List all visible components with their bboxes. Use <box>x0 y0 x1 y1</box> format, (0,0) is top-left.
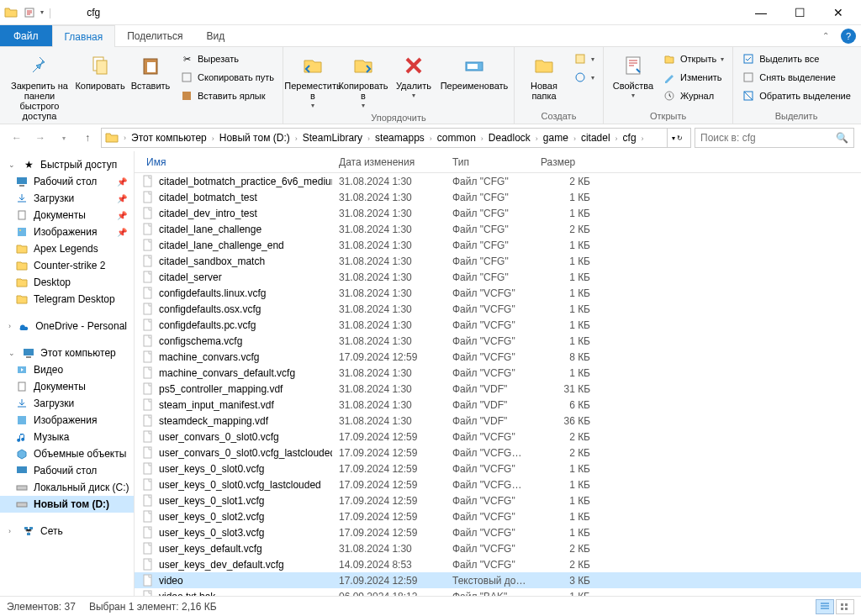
file-row[interactable]: steam_input_manifest.vdf31.08.2024 1:30Ф… <box>135 397 861 413</box>
sidebar-documents2[interactable]: Документы <box>0 378 134 395</box>
file-row[interactable]: configdefaults.linux.vcfg31.08.2024 1:30… <box>135 285 861 301</box>
qat-properties-icon[interactable] <box>22 5 37 20</box>
file-row[interactable]: ps5_controller_mapping.vdf31.08.2024 1:3… <box>135 381 861 397</box>
file-row[interactable]: citadel_botmatch_practice_6v6_medium31.0… <box>135 173 861 189</box>
edit-button[interactable]: Изменить <box>659 69 727 86</box>
invert-selection-button[interactable]: Обратить выделение <box>738 87 854 104</box>
file-row[interactable]: user_keys_0_slot0.vcfg17.09.2024 12:59Фа… <box>135 461 861 476</box>
file-row[interactable]: steamdeck_mapping.vdf31.08.2024 1:30Файл… <box>135 413 861 429</box>
breadcrumb-item[interactable]: citadel <box>578 132 614 144</box>
new-folder-button[interactable]: Новая папка <box>520 50 568 103</box>
breadcrumb-item[interactable]: Новый том (D:) <box>216 132 293 144</box>
recent-dropdown[interactable]: ▾ <box>54 128 74 148</box>
select-all-button[interactable]: Выделить все <box>738 50 854 67</box>
breadcrumb-item[interactable]: common <box>434 132 479 144</box>
file-row[interactable]: machine_convars.vcfg17.09.2024 12:59Файл… <box>135 349 861 365</box>
copy-button[interactable]: Копировать <box>76 50 124 92</box>
tab-share[interactable]: Поделиться <box>115 25 194 46</box>
sidebar-cs2[interactable]: Counter-strike 2 <box>0 257 134 274</box>
sidebar-telegram[interactable]: Telegram Desktop <box>0 291 134 308</box>
forward-button[interactable]: → <box>30 128 50 148</box>
move-to-button[interactable]: Переместить в▾ <box>288 50 337 112</box>
file-row[interactable]: citadel_dev_intro_test31.08.2024 1:30Фай… <box>135 205 861 221</box>
file-row[interactable]: user_keys_0_slot2.vcfg17.09.2024 12:59Фа… <box>135 508 861 524</box>
new-item-button[interactable]: ▾ <box>570 50 598 67</box>
sidebar-downloads[interactable]: Загрузки📌 <box>0 190 134 207</box>
sidebar-downloads2[interactable]: Загрузки <box>0 395 134 412</box>
paste-button[interactable]: Вставить <box>126 50 175 92</box>
copy-path-button[interactable]: Скопировать путь <box>177 69 277 86</box>
breadcrumb-item[interactable]: game <box>540 132 572 144</box>
copy-to-button[interactable]: Копировать в▾ <box>339 50 388 112</box>
paste-shortcut-button[interactable]: Вставить ярлык <box>177 87 277 104</box>
refresh-button[interactable]: ▾ ↻ <box>667 129 687 147</box>
up-button[interactable]: ↑ <box>77 128 98 148</box>
sidebar-onedrive[interactable]: ›OneDrive - Personal <box>0 318 134 334</box>
sidebar-pictures2[interactable]: Изображения <box>0 412 134 429</box>
sidebar-network[interactable]: ›Сеть <box>0 523 134 540</box>
file-row[interactable]: user_keys_0_slot3.vcfg17.09.2024 12:59Фа… <box>135 524 861 540</box>
tab-home[interactable]: Главная <box>52 25 116 47</box>
file-row[interactable]: user_keys_default.vcfg31.08.2024 1:30Фай… <box>135 540 861 556</box>
breadcrumb-item[interactable]: SteamLibrary <box>299 132 366 144</box>
column-name[interactable]: Имя <box>135 156 332 168</box>
sidebar-music[interactable]: Музыка <box>0 429 134 445</box>
breadcrumb[interactable]: › Этот компьютер›Новый том (D:)›SteamLib… <box>101 128 691 148</box>
file-row[interactable]: citadel_lane_challenge31.08.2024 1:30Фай… <box>135 221 861 237</box>
file-row[interactable]: video17.09.2024 12:59Текстовый докум...3… <box>135 572 861 588</box>
file-row[interactable]: user_keys_0_slot1.vcfg17.09.2024 12:59Фа… <box>135 492 861 508</box>
minimize-button[interactable]: — <box>742 0 780 25</box>
sidebar-videos[interactable]: Видео <box>0 361 134 378</box>
view-icons-button[interactable] <box>836 599 854 614</box>
select-none-button[interactable]: Снять выделение <box>738 69 854 86</box>
open-button[interactable]: Открыть▾ <box>659 50 727 67</box>
rename-button[interactable]: Переименовать <box>440 50 509 92</box>
sidebar-desktop3[interactable]: Рабочий стол <box>0 462 134 479</box>
sidebar-desktop2[interactable]: Desktop <box>0 274 134 291</box>
column-type[interactable]: Тип <box>446 156 534 168</box>
file-row[interactable]: user_keys_0_slot0.vcfg_lastclouded17.09.… <box>135 476 861 492</box>
sidebar-local-c[interactable]: Локальный диск (C:) <box>0 479 134 496</box>
ribbon-collapse-icon[interactable]: ⌃ <box>816 25 836 46</box>
sidebar-quick-access[interactable]: ⌄★Быстрый доступ <box>0 156 134 173</box>
breadcrumb-item[interactable]: Deadlock <box>485 132 534 144</box>
view-details-button[interactable] <box>816 599 834 614</box>
sidebar-local-d[interactable]: Новый том (D:) <box>0 496 134 513</box>
file-row[interactable]: configdefaults.osx.vcfg31.08.2024 1:30Фа… <box>135 301 861 317</box>
qat-dropdown-icon[interactable]: ▾ <box>40 8 44 16</box>
file-row[interactable]: citadel_server31.08.2024 1:30Файл "CFG"1… <box>135 269 861 285</box>
file-row[interactable]: user_convars_0_slot0.vcfg17.09.2024 12:5… <box>135 429 861 445</box>
sidebar-desktop[interactable]: Рабочий стол📌 <box>0 173 134 190</box>
close-button[interactable]: ✕ <box>819 0 858 25</box>
tab-view[interactable]: Вид <box>194 25 236 46</box>
sidebar-3d-objects[interactable]: Объемные объекты <box>0 445 134 462</box>
file-row[interactable]: citadel_lane_challenge_end31.08.2024 1:3… <box>135 237 861 253</box>
breadcrumb-item[interactable]: cfg <box>620 132 640 144</box>
help-icon[interactable]: ? <box>841 29 856 44</box>
file-row[interactable]: configdefaults.pc.vcfg31.08.2024 1:30Фай… <box>135 317 861 333</box>
column-date[interactable]: Дата изменения <box>332 156 446 168</box>
file-row[interactable]: user_convars_0_slot0.vcfg_lastclouded17.… <box>135 445 861 461</box>
file-row[interactable]: video.txt.bak06.09.2024 18:12Файл "BAK"1… <box>135 588 861 596</box>
maximize-button[interactable]: ☐ <box>780 0 819 25</box>
sidebar-apex[interactable]: Apex Legends <box>0 240 134 257</box>
sidebar-documents[interactable]: Документы📌 <box>0 207 134 224</box>
file-row[interactable]: user_keys_dev_default.vcfg14.09.2024 8:5… <box>135 556 861 572</box>
history-button[interactable]: Журнал <box>659 87 727 104</box>
properties-button[interactable]: Свойства▾ <box>609 50 658 102</box>
cut-button[interactable]: ✂Вырезать <box>177 50 277 67</box>
back-button[interactable]: ← <box>7 128 27 148</box>
breadcrumb-item[interactable]: steamapps <box>372 132 428 144</box>
file-row[interactable]: machine_convars_default.vcfg31.08.2024 1… <box>135 365 861 381</box>
sidebar-pictures[interactable]: Изображения📌 <box>0 224 134 240</box>
file-row[interactable]: citadel_botmatch_test31.08.2024 1:30Файл… <box>135 189 861 205</box>
file-row[interactable]: citadel_sandbox_match31.08.2024 1:30Файл… <box>135 253 861 269</box>
file-row[interactable]: configschema.vcfg31.08.2024 1:30Файл "VC… <box>135 333 861 349</box>
search-input[interactable]: Поиск в: cfg 🔍 <box>695 128 854 148</box>
sidebar-this-pc[interactable]: ⌄Этот компьютер <box>0 345 134 361</box>
breadcrumb-item[interactable]: Этот компьютер <box>128 132 210 144</box>
pin-button[interactable]: Закрепить на панели быстрого доступа <box>5 50 74 123</box>
easy-access-button[interactable]: ▾ <box>570 69 598 86</box>
delete-button[interactable]: Удалить▾ <box>389 50 438 102</box>
tab-file[interactable]: Файл <box>0 25 52 46</box>
